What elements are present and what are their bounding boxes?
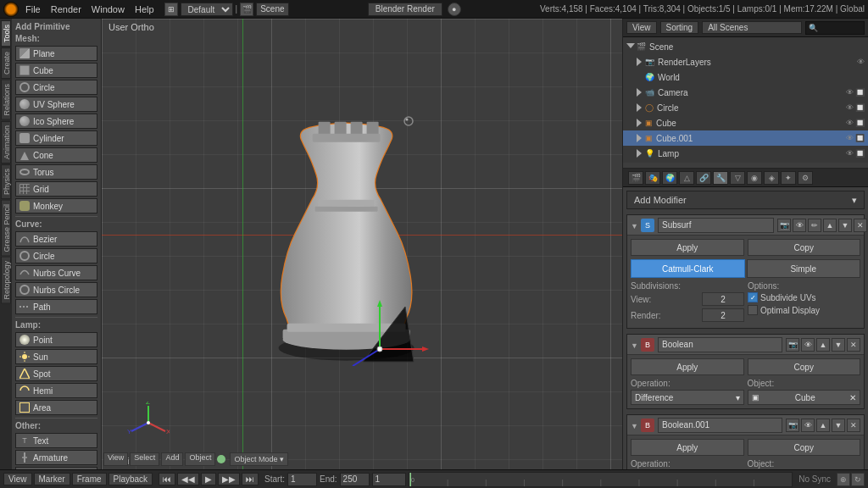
tool-nurbs-curve[interactable]: Nurbs Curve bbox=[15, 265, 97, 280]
subsurf-eye-icon[interactable]: 👁 bbox=[793, 219, 806, 232]
scene-name[interactable]: Scene bbox=[256, 3, 288, 16]
corner-view-btn[interactable]: View bbox=[103, 452, 128, 466]
tool-spot[interactable]: Spot bbox=[15, 366, 97, 381]
tab-physics[interactable]: Physics bbox=[1, 164, 11, 199]
optimal-display-check[interactable]: Optimal Display bbox=[748, 305, 860, 315]
boolean001-collapse[interactable]: ▼ bbox=[631, 422, 637, 429]
layout-icon[interactable]: ⊞ bbox=[164, 3, 178, 16]
prop-tab-scene[interactable]: 🎭 bbox=[645, 171, 660, 185]
boolean-collapse[interactable]: ▼ bbox=[631, 341, 637, 348]
boolean001-down-icon[interactable]: ▼ bbox=[832, 419, 845, 432]
boolean001-cam-icon[interactable]: 📷 bbox=[786, 419, 799, 432]
prop-tab-physics[interactable]: ⚙ bbox=[798, 171, 813, 185]
object-mode-btn[interactable]: Object Mode ▾ bbox=[230, 452, 288, 466]
start-frame-input[interactable]: 1 bbox=[287, 473, 317, 486]
boolean-eye-icon[interactable]: 👁 bbox=[801, 338, 815, 352]
outliner-renderlayers[interactable]: 📷 RenderLayers 👁 bbox=[623, 54, 868, 69]
object-dropdown[interactable]: ▣ Cube ✕ bbox=[748, 390, 861, 405]
subdivide-uvs-checkbox[interactable]: ✓ bbox=[748, 292, 758, 302]
catmull-clark-btn[interactable]: Catmull-Clark bbox=[631, 259, 745, 278]
outliner-view-btn[interactable]: View bbox=[626, 21, 657, 34]
boolean001-apply-btn[interactable]: Apply bbox=[631, 439, 744, 456]
sync-btn[interactable]: ↻ bbox=[851, 473, 865, 486]
end-frame-input[interactable]: 250 bbox=[340, 473, 370, 486]
tool-text[interactable]: T Text bbox=[15, 433, 97, 448]
tab-grease-pencil[interactable]: Grease Pencil bbox=[1, 200, 11, 257]
corner-select-btn[interactable]: Select bbox=[130, 452, 159, 466]
layout-select[interactable]: Default bbox=[181, 3, 233, 16]
subsurf-apply-btn[interactable]: Apply bbox=[631, 239, 744, 256]
simple-btn[interactable]: Simple bbox=[747, 259, 861, 278]
tool-circle[interactable]: Circle bbox=[15, 80, 97, 95]
outliner-allscenes-btn[interactable]: All Scenes bbox=[702, 21, 802, 34]
renderlayers-vis-icon[interactable]: 👁 bbox=[857, 58, 865, 66]
play-btn[interactable]: ▶ bbox=[201, 473, 216, 485]
tool-cone[interactable]: Cone bbox=[15, 147, 97, 163]
view-value[interactable]: 2 bbox=[702, 292, 744, 306]
bottom-marker-btn[interactable]: Marker bbox=[34, 473, 70, 485]
boolean-down-icon[interactable]: ▼ bbox=[832, 338, 845, 352]
render-value[interactable]: 2 bbox=[702, 308, 744, 322]
outliner-scene[interactable]: 🎬 Scene bbox=[623, 39, 868, 54]
tool-cylinder[interactable]: Cylinder bbox=[15, 130, 97, 146]
outliner-search[interactable]: 🔍 bbox=[805, 21, 865, 35]
snap-btn[interactable]: ⊕ bbox=[837, 473, 850, 486]
tool-cube[interactable]: Cube bbox=[15, 63, 97, 78]
outliner-cube[interactable]: ▣ Cube 👁 🔲 bbox=[623, 115, 868, 130]
outliner-camera[interactable]: 📹 Camera 👁 🔲 bbox=[623, 85, 868, 100]
prop-tab-constraints[interactable]: 🔗 bbox=[696, 171, 711, 185]
tool-bezier[interactable]: Bezier bbox=[15, 231, 97, 247]
outliner-cube001[interactable]: ▣ Cube.001 👁 🔲 bbox=[623, 130, 868, 146]
prop-tab-object[interactable]: △ bbox=[679, 171, 694, 185]
prop-tab-modifiers[interactable]: 🔧 bbox=[713, 171, 728, 185]
engine-select[interactable]: Blender Render bbox=[368, 3, 442, 16]
boolean001-x-icon[interactable]: ✕ bbox=[847, 419, 860, 432]
tool-armature[interactable]: Armature bbox=[15, 450, 97, 465]
tool-nurbs-circle[interactable]: Nurbs Circle bbox=[15, 282, 97, 297]
subsurf-down-icon[interactable]: ▼ bbox=[838, 219, 852, 232]
outliner-world[interactable]: 🌍 World bbox=[623, 69, 868, 85]
tool-hemi[interactable]: Hemi bbox=[15, 383, 97, 398]
subsurf-name-input[interactable] bbox=[658, 218, 774, 233]
menu-help[interactable]: Help bbox=[135, 4, 154, 14]
outliner-circle[interactable]: ◯ Circle 👁 🔲 bbox=[623, 100, 868, 115]
boolean-up-icon[interactable]: ▲ bbox=[816, 338, 830, 352]
menu-window[interactable]: Window bbox=[92, 4, 125, 14]
subsurf-copy-btn[interactable]: Copy bbox=[748, 239, 861, 256]
boolean001-copy-btn[interactable]: Copy bbox=[748, 439, 861, 456]
tool-icosphere[interactable]: Ico Sphere bbox=[15, 114, 97, 129]
outliner-lamp[interactable]: 💡 Lamp 👁 🔲 bbox=[623, 146, 868, 161]
tab-animation[interactable]: Animation bbox=[1, 121, 11, 164]
tool-plane[interactable]: Plane bbox=[15, 46, 97, 61]
timeline-ruler[interactable]: 0 bbox=[409, 472, 793, 487]
camera-vis[interactable]: 👁 bbox=[846, 88, 854, 97]
subsurf-up-icon[interactable]: ▲ bbox=[823, 219, 837, 232]
boolean-copy-btn[interactable]: Copy bbox=[748, 358, 861, 375]
play-first-btn[interactable]: ⏮ bbox=[159, 473, 175, 485]
object-x-btn[interactable]: ✕ bbox=[849, 393, 856, 402]
prop-tab-data[interactable]: ▽ bbox=[730, 171, 745, 185]
tab-create[interactable]: Create bbox=[1, 47, 11, 79]
subsurf-collapse[interactable]: ▼ bbox=[631, 222, 637, 229]
bottom-frame-btn[interactable]: Frame bbox=[72, 473, 107, 485]
subsurf-edit-icon[interactable]: ✏ bbox=[808, 219, 821, 232]
tool-circle-curve[interactable]: Circle bbox=[15, 248, 97, 263]
play-next-btn[interactable]: ▶▶ bbox=[218, 473, 240, 485]
viewport-3d[interactable]: User Ortho bbox=[102, 19, 622, 469]
subsurf-cam-icon[interactable]: 📷 bbox=[777, 219, 791, 232]
corner-object-btn[interactable]: Object bbox=[185, 452, 215, 466]
outliner-sorting-btn[interactable]: Sorting bbox=[660, 21, 699, 34]
subsurf-x-icon[interactable]: ✕ bbox=[854, 219, 867, 232]
tab-tools[interactable]: Tools bbox=[1, 20, 11, 47]
tool-point[interactable]: Point bbox=[15, 332, 97, 347]
prop-tab-particles[interactable]: ✦ bbox=[781, 171, 796, 185]
tab-retopology[interactable]: Retopology bbox=[1, 257, 11, 304]
prop-tab-world[interactable]: 🌍 bbox=[662, 171, 677, 185]
tool-lattice[interactable]: Lattice bbox=[15, 467, 97, 469]
tool-monkey[interactable]: Monkey bbox=[15, 198, 97, 214]
tool-grid[interactable]: Grid bbox=[15, 181, 97, 197]
play-last-btn[interactable]: ⏭ bbox=[242, 473, 259, 485]
boolean-name-input[interactable] bbox=[658, 337, 782, 352]
boolean001-eye-icon[interactable]: 👁 bbox=[801, 419, 815, 432]
bottom-playback-btn[interactable]: Playback bbox=[108, 473, 153, 485]
